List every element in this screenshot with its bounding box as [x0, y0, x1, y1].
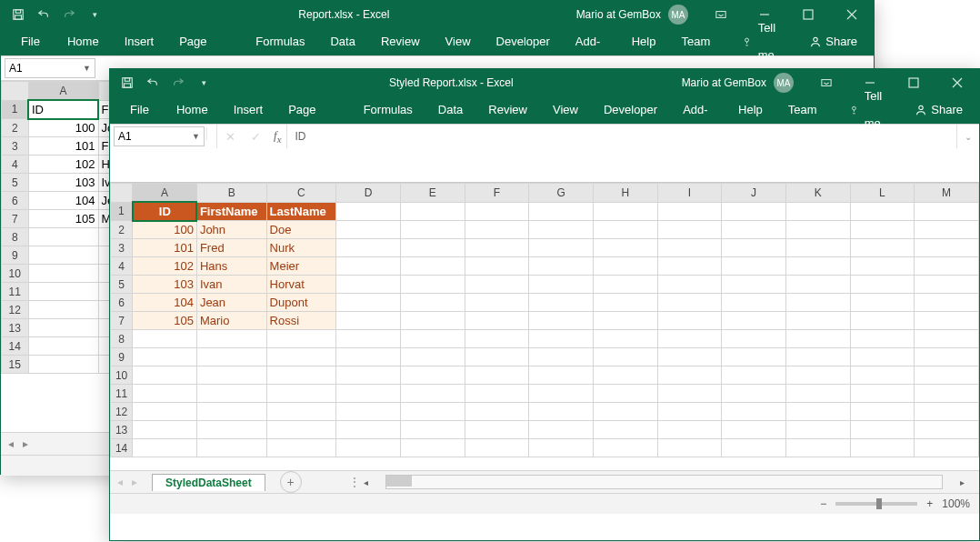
cell[interactable]: Horvat	[266, 276, 336, 294]
zoom-out-icon[interactable]: −	[820, 497, 826, 510]
col-header[interactable]: K	[785, 184, 850, 203]
cell[interactable]	[593, 439, 657, 457]
cell[interactable]	[336, 312, 401, 330]
maximize-icon[interactable]	[895, 69, 932, 96]
cell[interactable]	[593, 312, 657, 330]
cell[interactable]	[722, 239, 786, 257]
cell[interactable]	[657, 294, 722, 312]
cell[interactable]	[266, 385, 336, 403]
cell[interactable]	[529, 239, 594, 257]
cell[interactable]	[722, 202, 786, 221]
cell[interactable]	[28, 319, 98, 337]
tab-file[interactable]: File	[115, 96, 164, 124]
cell[interactable]	[850, 312, 915, 330]
cell[interactable]	[336, 366, 401, 385]
cell[interactable]	[133, 439, 197, 457]
cell[interactable]	[196, 403, 266, 421]
cell[interactable]	[915, 312, 979, 330]
cell[interactable]	[722, 221, 786, 239]
tab-data[interactable]: Data	[317, 28, 367, 55]
cell[interactable]	[593, 403, 657, 421]
cell[interactable]	[465, 239, 529, 257]
row-header[interactable]: 13	[2, 319, 29, 337]
save-icon[interactable]	[115, 71, 139, 95]
cell[interactable]	[785, 294, 850, 312]
cell[interactable]	[465, 202, 529, 221]
cell[interactable]	[593, 421, 657, 439]
col-header[interactable]: D	[336, 184, 401, 203]
cell[interactable]	[657, 348, 722, 366]
row-header[interactable]: 5	[2, 174, 29, 192]
sheet-nav[interactable]: ◂▸	[110, 476, 145, 488]
undo-icon[interactable]	[141, 71, 165, 95]
cell[interactable]	[915, 294, 979, 312]
scroll-track[interactable]	[385, 475, 943, 489]
cell[interactable]	[336, 330, 401, 348]
user-name[interactable]: Mario at GemBox	[576, 8, 661, 21]
cell[interactable]	[915, 202, 979, 221]
cell[interactable]	[400, 257, 465, 276]
zoom-slider[interactable]	[835, 502, 917, 506]
tab-file[interactable]: File	[6, 28, 55, 55]
cell[interactable]	[266, 403, 336, 421]
col-header[interactable]: G	[529, 184, 594, 203]
cell[interactable]	[657, 366, 722, 385]
tab-addins[interactable]: Add-ins	[670, 96, 725, 124]
tab-page-layout[interactable]: Page Layout	[275, 96, 351, 124]
tab-insert[interactable]: Insert	[112, 28, 167, 55]
cell[interactable]	[722, 439, 786, 457]
cell[interactable]	[465, 348, 529, 366]
tab-team[interactable]: Team	[668, 28, 723, 55]
cell[interactable]	[529, 294, 594, 312]
cell[interactable]: Jean	[196, 294, 266, 312]
cell[interactable]	[28, 228, 98, 246]
row-header[interactable]: 7	[2, 210, 29, 228]
ribbon-options-icon[interactable]	[808, 69, 845, 96]
cell[interactable]	[28, 283, 98, 301]
col-header[interactable]: A	[133, 184, 197, 203]
new-sheet-icon[interactable]: +	[280, 471, 302, 493]
tab-home[interactable]: Home	[55, 28, 112, 55]
cell[interactable]: 105	[133, 312, 197, 330]
row-header[interactable]: 2	[2, 119, 29, 137]
cell[interactable]	[722, 312, 786, 330]
row-header[interactable]: 6	[2, 192, 29, 210]
cell[interactable]	[196, 366, 266, 385]
cell[interactable]: Hans	[196, 257, 266, 276]
cell[interactable]	[850, 439, 915, 457]
undo-icon[interactable]	[32, 3, 55, 26]
cell[interactable]	[915, 221, 979, 239]
cell[interactable]	[400, 439, 465, 457]
col-header[interactable]: B	[196, 184, 266, 203]
avatar[interactable]: MA	[668, 5, 688, 25]
cell[interactable]	[850, 403, 915, 421]
row-header[interactable]: 3	[111, 239, 133, 257]
name-box[interactable]: A1▼	[5, 58, 95, 78]
cell[interactable]	[400, 385, 465, 403]
cell[interactable]	[196, 348, 266, 366]
tab-help[interactable]: Help	[619, 28, 669, 55]
titlebar[interactable]: ▾ Styled Report.xlsx - Excel Mario at Ge…	[110, 69, 979, 96]
enter-formula-icon[interactable]: ✓	[243, 130, 268, 144]
cell[interactable]	[529, 276, 594, 294]
cell[interactable]: 105	[28, 210, 98, 228]
cell[interactable]: Fred	[196, 239, 266, 257]
row-header[interactable]: 9	[111, 348, 133, 366]
cell[interactable]	[465, 403, 529, 421]
cell[interactable]	[785, 366, 850, 385]
formula-input[interactable]: ID	[286, 125, 956, 148]
save-icon[interactable]	[6, 3, 30, 26]
cell[interactable]	[266, 421, 336, 439]
cell[interactable]	[785, 439, 850, 457]
cell[interactable]: Dupont	[266, 294, 336, 312]
cell[interactable]	[915, 421, 979, 439]
cell[interactable]	[722, 366, 786, 385]
cell[interactable]	[266, 439, 336, 457]
cell[interactable]	[850, 202, 915, 221]
cell[interactable]	[400, 348, 465, 366]
expand-formula-icon[interactable]: ⌄	[956, 125, 979, 148]
tab-view[interactable]: View	[540, 96, 591, 124]
cell[interactable]	[593, 294, 657, 312]
cell[interactable]	[722, 294, 786, 312]
name-box[interactable]: A1▼	[114, 126, 205, 146]
